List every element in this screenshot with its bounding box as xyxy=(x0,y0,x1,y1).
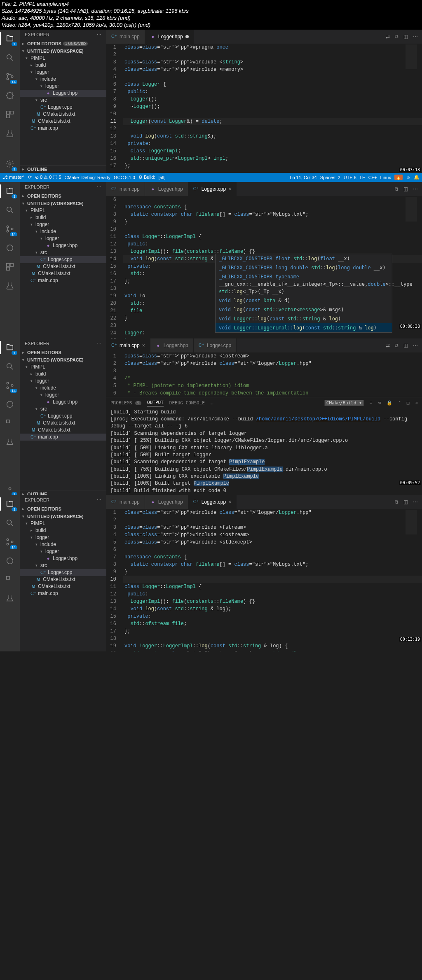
status-eol[interactable]: LF xyxy=(360,175,365,180)
more-icon[interactable]: ⋯ xyxy=(413,186,418,192)
term-maximize-icon[interactable]: ^ xyxy=(398,400,401,406)
sidebar-more-icon[interactable]: ⋯ xyxy=(97,184,101,190)
term-more-icon[interactable]: … xyxy=(211,400,213,406)
activity-debug-icon[interactable] xyxy=(4,399,16,410)
activity-settings-icon[interactable]: 1 xyxy=(4,483,16,495)
term-close-icon[interactable]: × xyxy=(415,400,418,406)
intellisense-popup[interactable]: _GLIBCXX_CONSTEXPR float std::log(float … xyxy=(215,254,392,333)
activity-explorer-icon[interactable]: 1 xyxy=(4,33,16,44)
tree-file[interactable]: C⁺main.cpp xyxy=(20,277,106,284)
tree-file-main-cpp[interactable]: C⁺main.cpp xyxy=(20,125,106,132)
tree-file-logger-hpp[interactable]: ●Logger.hpp xyxy=(20,90,106,97)
output-channel-select[interactable]: CMake/Build ▾ xyxy=(324,400,364,406)
layout-icon[interactable]: ◫ xyxy=(403,499,408,505)
tree-file-main-cpp[interactable]: C⁺main.cpp xyxy=(20,434,106,441)
status-os[interactable]: Linux xyxy=(380,175,391,180)
tree-folder-src[interactable]: ▾src xyxy=(20,97,106,104)
split-icon[interactable]: ⧉ xyxy=(395,499,399,505)
terminal-output[interactable]: [build] Starting build[proc] Executing c… xyxy=(108,407,420,497)
tree-folder[interactable]: ▾logger xyxy=(20,235,106,242)
split-icon[interactable]: ⧉ xyxy=(395,34,399,40)
outline-header[interactable]: ▸OUTLINE xyxy=(20,165,106,173)
tree-folder-logger-inner[interactable]: ▾logger xyxy=(20,83,106,90)
tree-folder-logger[interactable]: ▾logger xyxy=(20,69,106,76)
status-gcc[interactable]: GCC 8.1.0 xyxy=(114,175,135,180)
tree-folder-pimpl[interactable]: ▾PIMPL xyxy=(20,55,106,62)
close-icon[interactable]: × xyxy=(228,186,231,192)
activity-extensions-icon[interactable] xyxy=(4,261,16,273)
status-bell-icon[interactable]: 🔔 xyxy=(414,175,420,180)
tab-logger-hpp[interactable]: ●Logger.hpp xyxy=(150,338,194,352)
activity-search-icon[interactable] xyxy=(4,361,16,372)
tree-folder[interactable]: ▾include xyxy=(20,228,106,235)
activity-debug-icon[interactable] xyxy=(4,555,16,567)
minimap[interactable] xyxy=(406,44,417,69)
layout-icon[interactable]: ◫ xyxy=(403,34,408,40)
activity-search-icon[interactable] xyxy=(4,52,16,63)
activity-explorer-icon[interactable]: 1 xyxy=(4,498,16,510)
tab-logger-cpp[interactable]: C⁺Logger.cpp× xyxy=(188,495,237,509)
code-editor[interactable]: 123456789101112131415161718192021222324 … xyxy=(106,509,422,651)
tab-logger-cpp[interactable]: C⁺Logger.cpp xyxy=(194,338,237,352)
activity-explorer-icon[interactable]: 1 xyxy=(4,342,16,353)
output-tab[interactable]: OUTPUT xyxy=(147,400,164,406)
activity-extensions-icon[interactable] xyxy=(4,418,16,429)
status-cmake[interactable]: CMake: Debug: Ready xyxy=(65,175,110,180)
split-icon[interactable]: ⧉ xyxy=(395,343,399,348)
tab-main-cpp[interactable]: C⁺main.cpp xyxy=(106,30,145,44)
status-face-icon[interactable]: ☺ xyxy=(406,175,410,180)
status-branch[interactable]: ⎇ master* xyxy=(2,175,25,180)
tab-logger-hpp[interactable]: ●Logger.hpp xyxy=(145,30,194,44)
activity-search-icon[interactable] xyxy=(4,204,16,216)
status-fire-icon[interactable]: 🔥 xyxy=(394,175,403,180)
status-spaces[interactable]: Spaces: 2 xyxy=(320,175,340,180)
tab-logger-hpp[interactable]: ●Logger.hpp xyxy=(145,495,188,509)
tree-file[interactable]: MCMakeLists.txt xyxy=(20,263,106,270)
activity-extensions-icon[interactable] xyxy=(4,574,16,586)
tab-logger-cpp[interactable]: C⁺Logger.cpp× xyxy=(188,182,237,196)
activity-debug-icon[interactable] xyxy=(4,242,16,254)
status-position[interactable]: Ln 11, Col 34 xyxy=(290,175,316,180)
more-icon[interactable]: ⋯ xyxy=(413,34,418,40)
workspace-header[interactable]: ▾ UNTITLED (WORKSPACE) xyxy=(20,47,106,55)
sidebar-more-icon[interactable]: ⋯ xyxy=(97,32,101,37)
activity-search-icon[interactable] xyxy=(4,517,16,529)
layout-icon[interactable]: ◫ xyxy=(403,343,408,348)
activity-extensions-icon[interactable] xyxy=(4,109,16,120)
split-icon[interactable]: ⧉ xyxy=(395,186,399,192)
tree-folder[interactable]: ▾src xyxy=(20,249,106,256)
activity-test-icon[interactable] xyxy=(4,128,16,139)
tree-folder[interactable]: ▾PIMPL xyxy=(20,207,106,214)
activity-explorer-icon[interactable]: 1 xyxy=(4,185,16,197)
activity-scm-icon[interactable]: 14 xyxy=(4,71,16,82)
activity-test-icon[interactable] xyxy=(4,280,16,292)
tree-folder[interactable]: ▾logger xyxy=(20,221,106,228)
term-lock-icon[interactable]: 🔒 xyxy=(387,400,392,406)
tree-file-logger-cpp[interactable]: C⁺Logger.cpp xyxy=(20,104,106,111)
term-filter-icon[interactable]: ≡ xyxy=(370,400,373,406)
activity-scm-icon[interactable]: 14 xyxy=(4,223,16,235)
tree-file-cmake-root[interactable]: MCMakeLists.txt xyxy=(20,118,106,125)
more-icon[interactable]: ⋯ xyxy=(413,343,418,348)
tab-main-cpp[interactable]: C⁺main.cpp xyxy=(106,182,145,196)
close-icon[interactable]: × xyxy=(142,343,145,348)
status-lang[interactable]: C++ xyxy=(368,175,377,180)
minimap[interactable] xyxy=(406,510,417,534)
tree-file[interactable]: ●Logger.hpp xyxy=(20,242,106,249)
tree-file-logger-cpp[interactable]: C⁺Logger.cpp xyxy=(20,256,106,263)
open-editors-header[interactable]: ▸ OPEN EDITORS 1 UNSAVED xyxy=(20,40,106,47)
code-editor[interactable]: 123456 class=class="str">"pp">#include <… xyxy=(106,352,422,397)
tab-logger-hpp[interactable]: ●Logger.hpp xyxy=(145,182,188,196)
tree-folder-build[interactable]: ▸build xyxy=(20,62,106,69)
activity-test-icon[interactable] xyxy=(4,436,16,448)
open-editors-header[interactable]: ▸OPEN EDITORS xyxy=(20,192,106,200)
tab-main-cpp[interactable]: C⁺main.cpp xyxy=(106,495,145,509)
tree-folder[interactable]: ▸build xyxy=(20,214,106,221)
status-problems[interactable]: ⊘ 0 ⚠ 0 ⓘ 5 xyxy=(35,174,61,180)
activity-scm-icon[interactable]: 14 xyxy=(4,380,16,391)
problems-tab[interactable]: PROBLEMS 5 xyxy=(110,400,141,406)
activity-settings-icon[interactable]: 1 xyxy=(4,158,16,170)
compare-icon[interactable]: ⇄ xyxy=(386,343,390,348)
tree-file[interactable]: MCMakeLists.txt xyxy=(20,270,106,277)
debug-console-tab[interactable]: DEBUG CONSOLE xyxy=(169,400,205,406)
